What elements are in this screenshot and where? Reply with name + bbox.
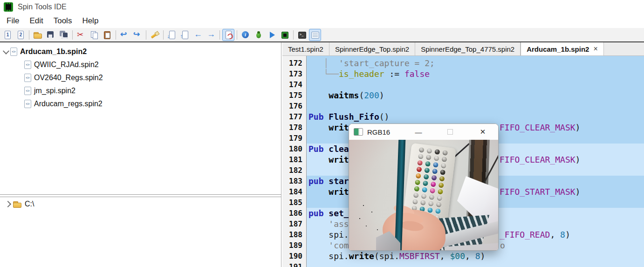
code-token: waitms [329, 90, 359, 100]
doc-up-icon [180, 30, 190, 40]
tab-spinneredge_top_4775-spin2[interactable]: SpinnerEdge_Top_4775.spin2 [415, 42, 521, 55]
tree-item[interactable]: jm_spi.spin2 [0, 84, 281, 97]
close-icon[interactable]: ✕ [476, 125, 489, 138]
copy-button[interactable] [88, 29, 100, 41]
code-token: _FIFO_READ [500, 230, 550, 240]
line-number: 184 [282, 186, 307, 197]
code-token: := [384, 69, 404, 79]
rgb16-title-bar[interactable]: RGB16 — ✕ [349, 124, 498, 140]
code-token: () [379, 112, 390, 122]
tree-item[interactable]: OV2640_Regs.spin2 [0, 71, 281, 84]
code-token: pub [308, 208, 329, 218]
line-number: 182 [282, 165, 307, 176]
save-button[interactable] [45, 29, 57, 41]
maximize-icon[interactable] [444, 125, 457, 138]
code-token: false [404, 69, 430, 79]
minimize-icon[interactable]: — [412, 125, 425, 138]
spin-file-icon [24, 74, 31, 82]
serial-console-button[interactable] [309, 29, 321, 41]
info-button[interactable] [240, 29, 252, 41]
code-line[interactable]: 173 └──is_header := false [282, 68, 644, 79]
tab-label: SpinnerEdge_Top_4775.spin2 [421, 45, 514, 53]
redo-button[interactable] [131, 29, 144, 41]
toolbar-separator [237, 30, 237, 40]
app-chip-icon [4, 2, 13, 12]
rgb16-window[interactable]: RGB16 — ✕ [349, 123, 499, 251]
tab-arducam_1b-spin2[interactable]: Arducam_1b.spin2× [521, 42, 604, 55]
line-number: 175 [282, 90, 307, 101]
tree-item[interactable]: Arducam_regs.spin2 [0, 97, 281, 110]
menu-file[interactable]: File [1, 16, 24, 26]
code-line-content: spi.write(spi.MSBFIRST, $00, 8) [307, 251, 644, 261]
line-number: 177 [282, 111, 307, 122]
tab-test1-spin2[interactable]: Test1.spin2 [282, 42, 329, 55]
serial-console-icon [310, 30, 320, 40]
menu-help[interactable]: Help [77, 16, 103, 26]
code-token: 'com [329, 240, 349, 250]
back-icon [193, 30, 203, 40]
terminal-button[interactable] [296, 29, 308, 41]
code-token: spi. [379, 251, 399, 261]
tree-item[interactable]: QWIIC_RJAd.spin2 [0, 58, 281, 71]
doc-down-button[interactable] [166, 29, 178, 41]
debug-button[interactable] [253, 29, 265, 41]
run-button[interactable] [266, 29, 278, 41]
tab-label: Test1.spin2 [288, 45, 323, 53]
chevron-right-icon[interactable] [4, 202, 12, 206]
tree-item-label: Arducam_1b.spin2 [20, 48, 87, 56]
code-token: clea [329, 144, 349, 154]
doc-down-icon [167, 30, 177, 40]
program-chip-button[interactable] [279, 29, 291, 41]
menu-tools[interactable]: Tools [48, 16, 77, 26]
code-token: star [329, 176, 349, 186]
code-line[interactable]: 174 [282, 79, 644, 90]
code-line[interactable]: 172 │ 'start_capture = 2; [282, 58, 644, 68]
menu-bar: FileEditToolsHelp [0, 14, 644, 28]
save-all-button[interactable] [58, 29, 70, 41]
forward-button[interactable] [205, 29, 217, 41]
code-token [308, 155, 329, 164]
code-line[interactable]: 176 [282, 101, 644, 111]
new-spin1-icon [3, 30, 12, 40]
code-line[interactable]: 175 waitms(200) [282, 90, 644, 101]
tree-item-root[interactable]: Arducam_1b.spin2 [0, 45, 281, 58]
code-token: 8 [560, 230, 565, 240]
code-token: Flush_Fifo [329, 112, 379, 122]
tab-close-icon[interactable]: × [593, 45, 597, 53]
new-spin2-button[interactable] [14, 29, 27, 41]
file-browser-root-row[interactable]: C:\ [0, 197, 281, 211]
code-token [308, 58, 324, 68]
cut-button[interactable] [75, 29, 87, 41]
code-token: ( [359, 90, 364, 100]
code-token [308, 219, 329, 229]
code-line[interactable]: 177Pub Flush_Fifo() [282, 111, 644, 122]
tab-spinneredge_top-spin2[interactable]: SpinnerEdge_Top.spin2 [329, 42, 415, 55]
tree-item-label: QWIIC_RJAd.spin2 [34, 61, 99, 69]
debug-icon [254, 30, 263, 40]
code-token: write [349, 251, 374, 261]
undo-button[interactable] [118, 29, 130, 41]
drive-label: C:\ [25, 200, 34, 208]
chevron-down-icon[interactable] [2, 49, 10, 54]
new-spin1-button[interactable] [1, 29, 14, 41]
code-token [308, 251, 329, 261]
menu-edit[interactable]: Edit [24, 16, 48, 26]
paste-button[interactable] [101, 29, 113, 41]
line-number: 173 [282, 68, 307, 79]
code-token: FIFO_CLEAR_MASK [500, 155, 575, 164]
open-button[interactable] [32, 29, 44, 41]
format-source-button[interactable] [149, 29, 161, 41]
code-token [329, 58, 339, 68]
doc-up-button[interactable] [179, 29, 191, 41]
code-line[interactable]: 190 spi.write(spi.MSBFIRST, $00, 8) [282, 251, 644, 261]
code-line[interactable]: 191 [282, 261, 644, 267]
back-button[interactable] [192, 29, 204, 41]
refresh-doc-button[interactable] [222, 29, 234, 41]
tab-label: Arducam_1b.spin2 [527, 45, 589, 53]
spin-file-icon [24, 100, 31, 108]
code-token [308, 230, 329, 240]
cut-icon [76, 30, 86, 40]
toolbar [0, 28, 644, 42]
code-token [308, 90, 329, 100]
save-icon [46, 30, 55, 40]
